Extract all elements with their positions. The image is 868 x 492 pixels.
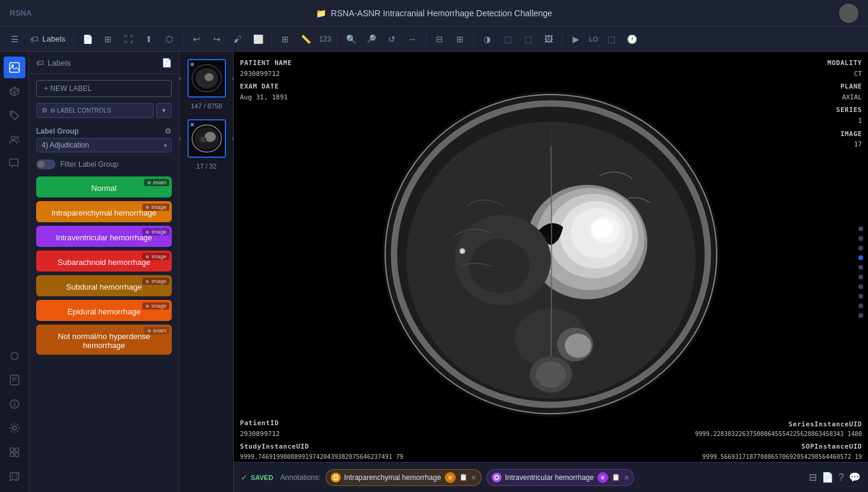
series-thumbnail[interactable]: ▣	[187, 59, 226, 98]
annotation-chip-2-close-icon[interactable]: ×	[624, 473, 629, 482]
annotation-chip-1-close-icon[interactable]: ×	[471, 473, 476, 482]
label-item-intraventricular[interactable]: ⊕ imageIntraventricular hemorrhage	[36, 226, 172, 247]
viewer-dot-5[interactable]	[858, 275, 863, 279]
bottom-toolbar-icon-4[interactable]: 💬	[849, 472, 861, 483]
label-controls-row: ⚙ ⚙ LABEL CONTROLS ▾	[36, 103, 172, 118]
image-thumbnail[interactable]: ▣	[187, 119, 226, 158]
bottom-toolbar-icon-2[interactable]: 📄	[822, 472, 834, 483]
gear-settings-icon[interactable]: ⚙	[165, 126, 172, 135]
sidebar-item-3d[interactable]	[4, 81, 25, 102]
label-item-intraparenchymal[interactable]: ⊕ imageIntraparenchymal hemorrhage	[36, 201, 172, 222]
number-button[interactable]: 123	[316, 30, 333, 49]
dicom-bottom-left: PatientID 2930899712 StudyInstanceUID 99…	[240, 418, 403, 462]
undo-button[interactable]: ↩	[187, 30, 206, 49]
sidebar-item-sync[interactable]	[4, 345, 25, 367]
viewer-dot-6[interactable]	[858, 284, 863, 289]
play-button[interactable]: ▶	[566, 30, 585, 49]
zoom-out-button[interactable]: 🔍	[341, 30, 360, 49]
viewer-dot-2[interactable]	[858, 246, 863, 251]
layout-button[interactable]: ⊞	[450, 30, 470, 49]
annotation-chip-2-copy-icon[interactable]: 📋	[612, 473, 620, 481]
plane-label: PLANE	[840, 83, 862, 90]
image-next-button[interactable]: ›	[227, 132, 234, 145]
select-button[interactable]: ⬡	[160, 30, 179, 49]
bottom-toolbar-icon-1[interactable]: ⊟	[809, 472, 817, 483]
labels-header-file-icon[interactable]: 📄	[162, 58, 172, 67]
svg-point-28	[200, 137, 206, 142]
separator-2	[183, 32, 183, 46]
series-prev-button[interactable]: ‹	[180, 72, 186, 84]
sidebar-item-settings[interactable]	[4, 417, 25, 439]
brush-button[interactable]: 🖌	[228, 30, 247, 49]
lo-button[interactable]: LO	[587, 30, 600, 49]
layers-button[interactable]: ⬚	[602, 30, 621, 49]
label-item-not_normal[interactable]: ⊕ examNot normal/no hyperdense hemorrhag…	[36, 325, 172, 355]
viewer-dot-0[interactable]	[858, 226, 863, 231]
image-button[interactable]: 🖼	[539, 30, 558, 49]
svg-point-49	[461, 249, 464, 253]
grid-button[interactable]: ⊞	[98, 30, 118, 49]
label-controls-dropdown-button[interactable]: ▾	[156, 103, 172, 118]
texture2-button[interactable]: ⬚	[518, 30, 538, 49]
redo-button[interactable]: ↪	[207, 30, 227, 49]
viewer-dot-1[interactable]	[858, 236, 863, 241]
label-text-not_normal: Not normal/no hyperdense hemorrhage	[42, 332, 166, 350]
svg-point-23	[204, 73, 213, 81]
upload-button[interactable]: ⬆	[139, 30, 159, 49]
clock-button[interactable]: 🕐	[622, 30, 641, 49]
new-label-button[interactable]: + NEW LABEL	[36, 80, 172, 97]
user-avatar-area[interactable]	[839, 4, 858, 23]
labels-list: ⊕ examNormal⊕ imageIntraparenchymal hemo…	[29, 174, 179, 492]
label-group-select[interactable]: 4) Adjudication	[36, 138, 172, 152]
label-item-epidural[interactable]: ⊕ imageEpidural hemorrhage	[36, 300, 172, 321]
sidebar-item-users[interactable]	[4, 129, 25, 151]
viewer-dot-9[interactable]	[858, 313, 863, 318]
image-label: IMAGE	[840, 130, 862, 138]
filter-toggle[interactable]	[36, 160, 55, 169]
ruler-button[interactable]: 📏	[296, 30, 315, 49]
app-title: 📁 RSNA-ASNR Intracranial Hemorrhage Dete…	[316, 8, 552, 18]
sidebar-item-reports[interactable]	[4, 369, 25, 391]
sidebar-item-activity[interactable]	[4, 441, 25, 463]
viewer-dot-4[interactable]	[858, 265, 863, 270]
viewer-dot-3[interactable]	[858, 255, 863, 260]
annotation-chip-1-copy-icon[interactable]: 📋	[459, 473, 468, 481]
label-controls-button[interactable]: ⚙ ⚙ LABEL CONTROLS	[36, 103, 154, 118]
file-button[interactable]: 📄	[78, 30, 97, 49]
split-left-button[interactable]: ⊟	[430, 30, 449, 49]
zoom-in-button[interactable]: 🔎	[362, 30, 381, 49]
hamburger-button[interactable]: ☰	[5, 30, 24, 49]
avatar[interactable]	[839, 4, 858, 23]
label-item-normal[interactable]: ⊕ examNormal	[36, 176, 172, 198]
expand-button[interactable]: ⛶	[119, 30, 138, 49]
svg-point-47	[565, 334, 591, 358]
eraser-button[interactable]: ⬜	[248, 30, 268, 49]
labels-tab-button[interactable]: 🏷 Labels	[25, 30, 70, 49]
svg-rect-14	[10, 448, 14, 452]
sidebar-item-tags[interactable]	[4, 105, 25, 126]
image-prev-button[interactable]: ‹	[180, 132, 186, 145]
contrast-button[interactable]: ◑	[477, 30, 497, 49]
flip-button[interactable]: ↔	[403, 30, 422, 49]
annotation-chip-2[interactable]: Intraventricular hemorrhage ⊕ 📋 ×	[486, 469, 635, 486]
thumbnail-panel: ‹ ▣ › 147 / 8758 ‹	[180, 52, 234, 492]
label-item-subdural[interactable]: ⊕ imageSubdural hemorrhage	[36, 275, 172, 296]
texture1-button[interactable]: ⬚	[498, 30, 517, 49]
main-viewer[interactable]: PATIENT NAME 2930899712 EXAM DATE Aug 31…	[234, 52, 868, 492]
bottom-toolbar-icon-3[interactable]: ?	[838, 472, 844, 483]
viewer-dot-8[interactable]	[858, 304, 863, 308]
sidebar-item-chat[interactable]	[4, 153, 25, 175]
annotation-chip-1[interactable]: Intraparenchymal hemorrhage ⊕ 📋 ×	[326, 469, 482, 486]
sidebar-item-map[interactable]	[4, 466, 25, 487]
label-item-subarachnoid[interactable]: ⊕ imageSubarachnoid hemorrhage	[36, 251, 172, 272]
rotate-button[interactable]: ↺	[382, 30, 401, 49]
right-dots	[858, 226, 863, 318]
sidebar-item-images[interactable]	[4, 57, 25, 78]
sidebar-item-info[interactable]	[4, 393, 25, 415]
series-next-button[interactable]: ›	[227, 72, 234, 84]
title-folder-icon: 📁	[316, 8, 326, 18]
viewer-dot-7[interactable]	[858, 294, 863, 299]
label-group-section: Label Group ⚙ 4) Adjudication ▾	[29, 124, 179, 157]
table-button[interactable]: ⊞	[275, 30, 295, 49]
label-badge-subarachnoid: ⊕ image	[142, 253, 169, 260]
